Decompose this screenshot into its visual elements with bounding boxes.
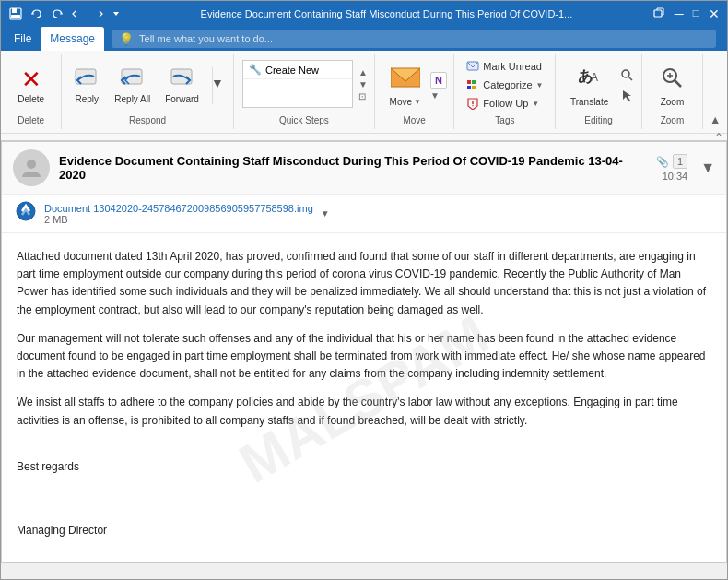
onenote-button[interactable]: N (430, 72, 447, 89)
svg-point-27 (27, 160, 36, 169)
attachment-filename[interactable]: Document 13042020-2457846720098569059577… (44, 203, 313, 214)
avatar (13, 149, 50, 186)
zoom-icon (659, 65, 685, 94)
dropdown-nav-icon[interactable] (112, 9, 121, 18)
email-body-container: MALSPAM Attached document dated 13th Apr… (2, 233, 726, 562)
follow-up-icon (466, 97, 479, 110)
title-bar-left (8, 6, 121, 21)
categorize-button[interactable]: Categorize ▼ (463, 77, 546, 93)
translate-label: Translate (570, 97, 608, 107)
menu-message[interactable]: Message (41, 27, 104, 51)
more-move-button[interactable]: ▼ (430, 90, 447, 101)
menu-file[interactable]: File (5, 27, 41, 51)
quicksteps-group-label: Quick Steps (279, 115, 329, 125)
zoom-group-label: Zoom (661, 115, 685, 125)
email-count-badge: 1 (673, 154, 687, 169)
categorize-label: Categorize (483, 79, 532, 90)
email-para-2: Our management will not tolerate such of… (17, 330, 711, 384)
create-new-icon: 🔧 (249, 64, 262, 76)
tell-me-bar[interactable]: 💡 Tell me what you want to do... (112, 30, 716, 48)
reply-all-icon (120, 67, 146, 92)
email-container: Evidence Document Containing Staff Misco… (1, 141, 727, 562)
ribbon: ✕ Delete Delete Reply (1, 51, 727, 134)
mark-unread-button[interactable]: Mark Unread (463, 58, 546, 75)
reply-all-button[interactable]: Reply All (109, 64, 156, 108)
attachment-size: 2 MB (44, 214, 313, 225)
svg-rect-12 (467, 80, 471, 84)
respond-more-button[interactable]: ▼ (208, 65, 227, 106)
email-sign-1: Best regards (17, 458, 711, 476)
minimize-button[interactable]: ─ (675, 6, 684, 21)
cursor-icon (619, 89, 634, 101)
move-icon (391, 65, 420, 94)
svg-line-24 (675, 80, 681, 87)
ribbon-group-move: Move ▼ N ▼ Move (375, 54, 454, 129)
quicksteps-expand[interactable]: ⊡ (358, 91, 368, 101)
categorize-dropdown-icon: ▼ (536, 81, 544, 89)
window-controls: ─ □ ✕ (652, 6, 720, 21)
forward-button[interactable]: Forward (159, 64, 205, 108)
move-button[interactable]: Move ▼ (382, 61, 429, 111)
forward-icon (170, 67, 195, 92)
svg-rect-1 (12, 8, 17, 13)
ribbon-border: ⌃ (1, 134, 727, 141)
tags-group-label: Tags (495, 115, 514, 125)
back-icon[interactable] (71, 7, 84, 20)
delete-label: Delete (18, 94, 44, 104)
close-button[interactable]: ✕ (709, 6, 720, 21)
translate-icon: あ A (576, 65, 604, 94)
ribbon-group-delete: ✕ Delete Delete (1, 54, 62, 129)
svg-rect-13 (472, 80, 476, 84)
editing-group-label: Editing (584, 115, 613, 125)
email-time: 10:34 (663, 171, 688, 182)
translate-button[interactable]: あ A Translate (563, 61, 616, 111)
maximize-button[interactable]: □ (693, 6, 699, 21)
move-dropdown-icon: ▼ (414, 98, 421, 106)
email-body: Attached document dated 13th April 2020,… (2, 233, 726, 562)
attachment-info: Document 13042020-2457846720098569059577… (44, 203, 313, 225)
svg-rect-2 (11, 15, 20, 18)
email-meta-right: 📎 1 10:34 (656, 154, 687, 182)
forward-label: Forward (165, 94, 199, 104)
title-bar: Evidence Document Containing Staff Misco… (1, 1, 727, 27)
search-editing-button[interactable] (619, 67, 634, 85)
ribbon-collapse-button[interactable]: ▲ (703, 111, 727, 129)
zoom-button[interactable]: Zoom (649, 61, 695, 111)
reply-button[interactable]: Reply (68, 64, 105, 108)
status-bar (1, 562, 727, 579)
email-sign-2: Managing Director (17, 522, 711, 539)
more-editing-button[interactable] (619, 89, 634, 104)
follow-up-button[interactable]: Follow Up ▼ (463, 95, 543, 112)
email-expand-button[interactable]: ▼ (700, 160, 715, 176)
create-new-step[interactable]: 🔧 Create New (243, 61, 352, 79)
svg-rect-15 (472, 86, 476, 89)
attachment-dropdown-button[interactable]: ▼ (321, 208, 330, 219)
delete-group-label: Delete (18, 115, 44, 125)
ribbon-group-quicksteps: 🔧 Create New ▲ ▼ ⊡ Quick Steps (234, 54, 375, 129)
quicksteps-scroll-down[interactable]: ▼ (358, 79, 368, 89)
save-icon[interactable] (8, 6, 23, 21)
svg-text:A: A (591, 71, 598, 84)
follow-up-dropdown-icon: ▼ (532, 100, 539, 108)
window-resize-icon[interactable] (652, 6, 665, 19)
attachment-row: Document 13042020-2457846720098569059577… (2, 195, 726, 233)
ribbon-group-tags: Mark Unread Categorize ▼ Follow Up (454, 54, 556, 129)
menu-bar: File Message 💡 Tell me what you want to … (1, 27, 727, 51)
svg-rect-3 (654, 10, 662, 17)
delete-icon: ✕ (21, 67, 41, 91)
delete-button[interactable]: ✕ Delete (8, 64, 54, 108)
lightbulb-icon: 💡 (119, 32, 134, 46)
svg-point-21 (622, 70, 629, 77)
window-title: Evidence Document Containing Staff Misco… (121, 8, 652, 19)
ribbon-group-editing: あ A Translate (556, 54, 641, 129)
categorize-icon (466, 78, 479, 91)
ribbon-group-respond: Reply Reply All (62, 54, 233, 129)
reply-icon (74, 67, 100, 92)
search-icon (619, 67, 634, 82)
undo-icon[interactable] (30, 7, 43, 20)
quicksteps-scroll-up[interactable]: ▲ (358, 67, 368, 77)
svg-rect-14 (467, 86, 471, 89)
redo-icon[interactable] (51, 7, 64, 20)
forward-nav-icon[interactable] (91, 7, 104, 20)
follow-up-label: Follow Up (483, 98, 528, 109)
